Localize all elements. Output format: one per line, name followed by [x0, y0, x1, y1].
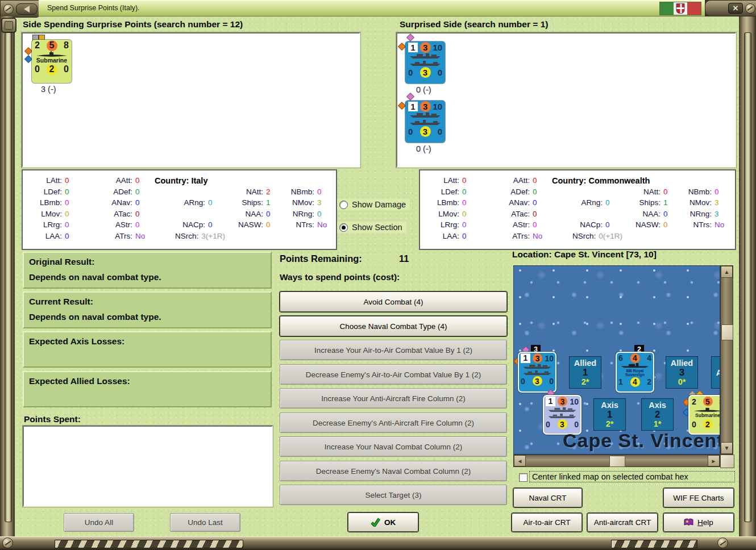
stack-number: 1	[607, 410, 612, 419]
option-label: Decrease Enemy's Naval Combat Column (2)	[316, 467, 471, 476]
select-target-button[interactable]: Select Target (3)	[280, 485, 507, 505]
radio-show-damage[interactable]: Show Damage	[337, 199, 410, 210]
scroll-left-button[interactable]: ◄	[514, 455, 526, 466]
center-map-checkbox[interactable]	[519, 473, 527, 482]
counter-value-circled: 3	[420, 67, 431, 78]
stack-number: 2	[655, 410, 660, 419]
stat-lbmb: LBmb:0	[421, 197, 479, 209]
frame-left	[0, 16, 15, 536]
scroll-up-button[interactable]: ▲	[721, 266, 733, 278]
decrease-enemy-naval-column-button[interactable]: Decrease Enemy's Naval Combat Column (2)	[280, 461, 507, 481]
original-result-panel: Original Result: Depends on naval combat…	[23, 252, 272, 289]
center-map-checkbox-label[interactable]: Center linked map on selected combat hex	[529, 471, 735, 482]
stack-modifier: 1*	[654, 419, 662, 428]
help-book-icon	[684, 518, 693, 527]
counter-value-circled: 2	[703, 419, 713, 429]
stat-country: Country: Commonwealth	[550, 175, 732, 186]
stat-ldef: LDef:0	[421, 186, 479, 198]
bb-royal-sovereign-counter[interactable]: 6 4 4 BB Royal Sovereign 1 4 2	[617, 353, 653, 391]
stat-nrng: NRng:0	[283, 209, 334, 220]
air-to-air-crt-button[interactable]: Air-to-air CRT	[512, 513, 582, 532]
ok-label: OK	[384, 518, 396, 527]
undo-all-button[interactable]: Undo All	[64, 513, 134, 532]
stack-side-label: Allied	[671, 359, 693, 368]
decrease-enemy-aa-column-button[interactable]: Decrease Enemy's Anti-Aircraft Fire Colu…	[280, 413, 507, 433]
marker-diamond-pink-icon	[406, 34, 414, 41]
horizontal-scroll-thumb[interactable]	[609, 456, 625, 467]
scroll-down-button[interactable]: ▼	[721, 442, 733, 454]
submarine-counter[interactable]: 2 5 8 Submarine 0 2 0	[32, 40, 72, 83]
ways-to-spend-label: Ways to spend points (cost):	[280, 272, 400, 282]
option-label: Increase Your Anti-Aircraft Fire Column …	[321, 394, 466, 403]
collapse-button[interactable]	[16, 3, 38, 15]
stat-anav: ANav:0	[479, 197, 550, 209]
radio-dot[interactable]	[339, 201, 348, 209]
frame-bottom	[0, 536, 756, 550]
ship-counter[interactable]: 1 3 10 0 3 0	[405, 41, 445, 84]
window-title: Spend Surprise Points (Italy).	[39, 1, 705, 15]
increase-aa-column-button[interactable]: Increase Your Anti-Aircraft Fire Column …	[280, 388, 507, 409]
map-horizontal-scrollbar[interactable]: ◄ ►	[513, 455, 720, 467]
decrease-enemy-air-combat-button[interactable]: Decrease Enemy's Air-to-Air Combat Value…	[280, 364, 507, 385]
titlebar-right-cap: ✕	[705, 0, 756, 16]
ship-counter[interactable]: 1 3 10 0 3 0	[405, 101, 445, 143]
undo-last-label: Undo Last	[188, 518, 223, 527]
map-viewport[interactable]: 3 1 3 10 0 3 0 Allied 1 2*	[513, 265, 720, 455]
stat-aatt: AAtt:0	[479, 175, 550, 186]
wif-fe-charts-button[interactable]: WIF FE Charts	[663, 488, 734, 507]
axis-stack-counter[interactable]: Axis 1 2*	[593, 398, 626, 431]
frame-ornament	[1, 18, 16, 33]
frame-right-channel	[744, 32, 751, 522]
vertical-scroll-thumb[interactable]	[721, 324, 733, 340]
close-button[interactable]: ✕	[728, 3, 743, 14]
titlebar[interactable]: Spend Surprise Points (Italy).	[39, 0, 705, 16]
option-label: Select Target (3)	[365, 491, 422, 499]
allied-stack-counter-partial[interactable]: Allied	[711, 356, 720, 389]
ok-button[interactable]: OK	[348, 512, 418, 532]
scroll-up-icon: ▲	[724, 269, 730, 275]
radio-dot-selected[interactable]	[339, 223, 348, 232]
counter-value-chip: 1	[408, 43, 418, 52]
increase-naval-column-button[interactable]: Increase Your Naval Combat Column (2)	[280, 436, 507, 457]
frame-right	[739, 16, 756, 536]
ship-name-label: BB Royal Sovereign	[619, 369, 651, 377]
help-button[interactable]: Help	[663, 513, 734, 532]
stat-atrs: ATrs:No	[82, 231, 152, 242]
allied-stack-counter[interactable]: Allied 3 0*	[666, 356, 698, 389]
stat-anav: ANav:0	[82, 197, 152, 209]
increase-air-combat-button[interactable]: Increase Your Air-to-Air Combat Value By…	[280, 340, 507, 360]
stat-astr: AStr:0	[479, 219, 550, 231]
expected-axis-losses-panel: Expected Axis Losses:	[23, 331, 272, 368]
stats-panel-commonwealth: LAtt:0 LDef:0 LBmb:0 LMov:0 LRrg:0 LAA:0…	[419, 169, 736, 250]
flag-stripe-green	[660, 2, 674, 15]
avoid-combat-button[interactable]: Avoid Combat (4)	[280, 291, 507, 312]
option-label: Decrease Enemy's Air-to-Air Combat Value…	[306, 370, 481, 379]
counter-value-circled: 3	[533, 353, 542, 363]
map-vertical-scrollbar[interactable]: ▲ ▼	[720, 265, 733, 455]
anti-aircraft-crt-button[interactable]: Anti-aircraft CRT	[587, 513, 658, 532]
points-spent-title: Points Spent:	[24, 414, 81, 424]
radio-show-section[interactable]: Show Section	[337, 222, 406, 233]
counter-value: 10	[433, 43, 442, 52]
screw-icon	[3, 4, 14, 14]
ship-silhouette-icon	[547, 413, 577, 419]
stat-nbmb: NBmb:0	[283, 186, 334, 198]
naval-crt-button[interactable]: Naval CRT	[513, 488, 582, 507]
stat-nrng: NRng:3	[680, 209, 732, 220]
counter-value-circled: 4	[630, 377, 640, 387]
counter-value-chip: 1	[546, 397, 555, 406]
map-submarine-counter[interactable]: 2 5 8 Submarine 0 2 0	[689, 396, 720, 434]
axis-stack-counter[interactable]: Axis 2 1*	[641, 398, 674, 431]
counter-value-circled: 3	[420, 101, 431, 112]
allied-stack-counter[interactable]: Allied 1 2*	[569, 356, 601, 389]
counter-value: 4	[647, 353, 651, 363]
stat-lbmb: LBmb:0	[24, 197, 82, 209]
map-ship-counter-selected[interactable]: 1 3 10 0 3 0	[519, 353, 555, 391]
scroll-right-button[interactable]: ►	[708, 455, 720, 466]
ship-silhouette-icon	[409, 60, 441, 66]
undo-last-button[interactable]: Undo Last	[170, 513, 240, 532]
map-ship-counter-lavender[interactable]: 1 3 10 0 3 0	[544, 396, 580, 434]
choose-naval-combat-type-button[interactable]: Choose Naval Combat Type (4)	[280, 316, 507, 336]
stack-modifier: 0*	[678, 377, 686, 386]
stat-naa: NAA:0	[622, 209, 680, 220]
